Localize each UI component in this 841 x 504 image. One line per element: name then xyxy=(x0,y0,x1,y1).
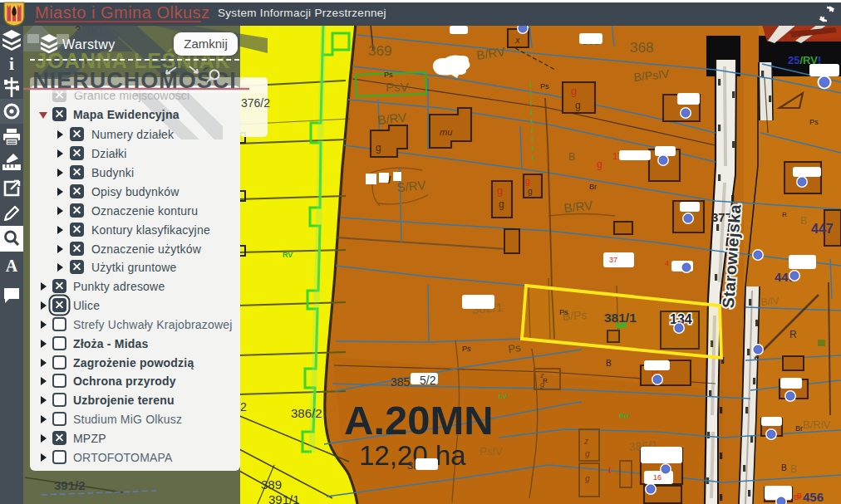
svg-text:2: 2 xyxy=(240,400,247,413)
svg-text:385: 385 xyxy=(391,375,411,389)
svg-text:B/lV: B/lV xyxy=(760,295,780,308)
svg-text:Ps: Ps xyxy=(384,71,393,79)
svg-text:Ps: Ps xyxy=(462,345,471,353)
svg-text:g: g xyxy=(571,85,577,97)
svg-text:x: x xyxy=(514,35,520,45)
svg-text:ŁV: ŁV xyxy=(499,393,508,400)
svg-text:i: i xyxy=(608,465,611,475)
svg-text:B: B xyxy=(797,492,802,500)
svg-text:Br: Br xyxy=(795,424,803,433)
svg-text:B: B xyxy=(790,463,797,475)
svg-text:g: g xyxy=(597,159,602,170)
svg-text:B: B xyxy=(781,463,787,472)
svg-text:Ps: Ps xyxy=(507,341,522,355)
svg-text:Ps: Ps xyxy=(809,118,819,126)
svg-text:381/1: 381/1 xyxy=(604,311,637,325)
svg-text:mu: mu xyxy=(440,127,452,137)
svg-text:B: B xyxy=(800,215,807,227)
svg-text:369: 369 xyxy=(368,43,391,59)
svg-text:376/2: 376/2 xyxy=(241,96,270,110)
svg-text:g: g xyxy=(499,198,504,210)
svg-text:389: 389 xyxy=(261,477,282,492)
svg-text:Ps: Ps xyxy=(540,82,549,91)
svg-text:B: B xyxy=(606,359,612,368)
svg-text:RV: RV xyxy=(283,251,293,259)
svg-text:B/RV: B/RV xyxy=(563,198,593,215)
svg-text:456: 456 xyxy=(803,490,824,504)
svg-text:368: 368 xyxy=(630,40,653,56)
svg-text:391/1: 391/1 xyxy=(268,492,300,504)
svg-text:B: B xyxy=(568,151,575,163)
svg-text:B/RiV: B/RiV xyxy=(803,418,831,431)
svg-text:37: 37 xyxy=(609,256,617,264)
svg-text:g: g xyxy=(585,474,590,483)
svg-text:B/RV: B/RV xyxy=(377,110,407,127)
svg-text:g: g xyxy=(528,187,533,196)
svg-text:R: R xyxy=(789,329,797,340)
svg-text:4: 4 xyxy=(665,259,669,267)
svg-text:Ps: Ps xyxy=(559,308,568,316)
svg-text:Br: Br xyxy=(589,183,597,191)
svg-text:g: g xyxy=(575,100,581,111)
svg-text:PsIV: PsIV xyxy=(480,445,503,458)
svg-text:447: 447 xyxy=(811,222,834,236)
svg-text:R: R xyxy=(782,211,787,218)
svg-text:z: z xyxy=(583,437,588,446)
svg-text:g: g xyxy=(497,184,503,197)
svg-text:g: g xyxy=(376,142,381,154)
svg-text:Bw: Bw xyxy=(619,412,630,419)
svg-text:g: g xyxy=(525,176,530,186)
svg-text:A.20MN: A.20MN xyxy=(344,398,494,443)
svg-text:5/2: 5/2 xyxy=(420,374,436,387)
svg-text:PsV: PsV xyxy=(386,80,409,94)
svg-text:386/2: 386/2 xyxy=(291,406,322,420)
svg-text:16: 16 xyxy=(653,473,661,482)
svg-text:g: g xyxy=(585,449,590,458)
svg-text:R: R xyxy=(543,377,548,384)
